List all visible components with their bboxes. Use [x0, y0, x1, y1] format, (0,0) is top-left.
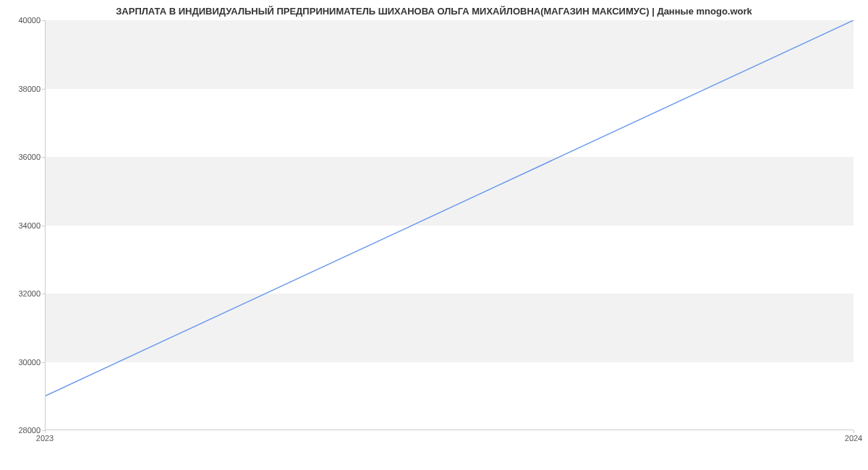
plot-area: [45, 20, 854, 430]
y-tick-label: 40000: [4, 16, 41, 25]
y-tick-label: 28000: [4, 426, 41, 435]
y-tick-mark: [42, 20, 45, 21]
x-tick-mark: [854, 430, 854, 433]
x-tick-label: 2023: [36, 434, 54, 443]
x-axis-line: [45, 430, 854, 430]
y-tick-label: 38000: [4, 85, 41, 93]
y-tick-mark: [42, 362, 45, 363]
y-tick-label: 30000: [4, 358, 41, 367]
y-tick-mark: [42, 294, 45, 294]
chart-title: ЗАРПЛАТА В ИНДИВИДУАЛЬНЫЙ ПРЕДПРИНИМАТЕЛ…: [0, 6, 868, 17]
y-tick-mark: [42, 89, 45, 90]
y-tick-label: 36000: [4, 153, 41, 161]
y-tick-label: 34000: [4, 221, 41, 230]
y-tick-label: 32000: [4, 289, 41, 298]
chart-line: [45, 20, 854, 430]
x-tick-mark: [45, 430, 46, 433]
x-tick-label: 2024: [845, 434, 862, 443]
y-axis-line: [45, 20, 46, 430]
y-tick-mark: [42, 157, 45, 158]
y-tick-mark: [42, 226, 45, 226]
